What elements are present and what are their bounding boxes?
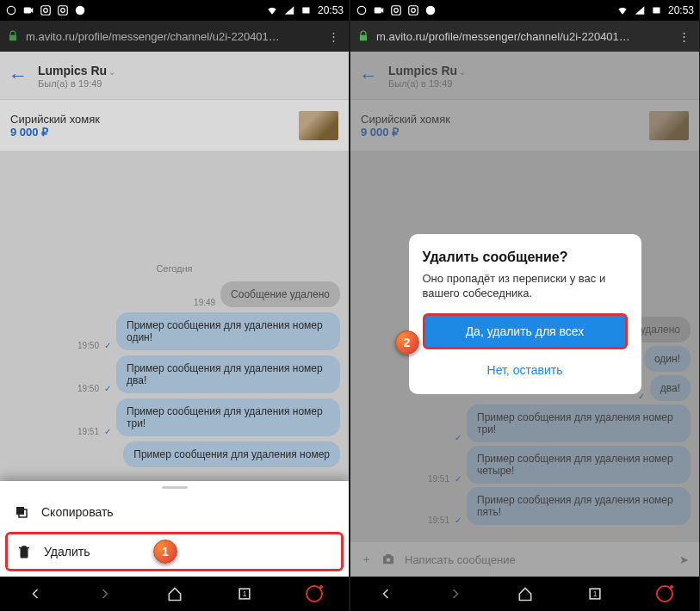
wifi-icon	[266, 4, 278, 16]
svg-rect-1	[24, 8, 31, 14]
status-bar: 20:53	[0, 0, 349, 21]
message-time: 19:50	[77, 341, 99, 350]
nav-back-icon[interactable]	[27, 585, 44, 602]
chat-title[interactable]: Lumpics Ru	[38, 64, 107, 77]
message-bubble[interactable]: Пример сообщения для удаления номер	[123, 441, 340, 467]
svg-text:1: 1	[242, 589, 246, 598]
svg-point-17	[412, 9, 416, 13]
instagram-icon	[407, 4, 419, 16]
chat-subtitle: Был(а) в 19:49	[38, 78, 115, 89]
svg-rect-2	[41, 6, 51, 15]
url-text: m.avito.ru/profile/messenger/channel/u2i…	[26, 30, 318, 43]
battery-icon	[651, 4, 663, 16]
message-bubble[interactable]: Сообщение удалено	[220, 281, 340, 307]
signal-icon	[634, 4, 646, 16]
listing-bar[interactable]: Сирийский хомяк 9 000 ₽	[0, 100, 349, 151]
context-delete-label: Удалить	[44, 545, 90, 559]
instagram-icon	[390, 4, 402, 16]
lock-icon	[7, 30, 19, 42]
nav-tabs-icon[interactable]: 1	[586, 585, 604, 602]
annotation-marker-2: 2	[395, 330, 419, 355]
nav-opera-icon[interactable]	[306, 585, 323, 602]
dialog-cancel-button[interactable]: Нет, оставить	[423, 358, 628, 382]
check-icon: ✓	[104, 341, 111, 350]
context-copy[interactable]: Скопировать	[0, 492, 349, 532]
battery-icon	[300, 4, 313, 16]
nav-tabs-icon[interactable]: 1	[236, 585, 253, 602]
context-copy-label: Скопировать	[41, 505, 114, 519]
svg-rect-7	[302, 8, 309, 14]
clock: 20:53	[318, 4, 344, 16]
chat-header: ← Lumpics Ru⌄ Был(а) в 19:49	[0, 52, 349, 100]
delete-dialog: Удалить сообщение? Оно пропадёт из переп…	[409, 234, 641, 394]
svg-point-6	[76, 6, 85, 15]
dialog-text: Оно пропадёт из переписки у вас и вашего…	[423, 272, 628, 301]
dialog-title: Удалить сообщение?	[423, 250, 628, 265]
url-text: m.avito.ru/profile/messenger/channel/u2i…	[376, 30, 668, 43]
bottom-nav: 1	[350, 577, 699, 611]
nav-forward-icon[interactable]	[447, 585, 464, 602]
date-separator: Сегодня	[0, 255, 349, 279]
message-row[interactable]: 19:49Сообщение удалено	[0, 279, 349, 310]
dialog-confirm-button[interactable]: Да, удалить для всех	[423, 313, 628, 349]
kebab-icon[interactable]: ⋮	[675, 30, 692, 43]
svg-text:1: 1	[592, 589, 597, 598]
svg-point-3	[44, 9, 48, 13]
annotation-marker-1: 1	[153, 540, 177, 564]
nav-home-icon[interactable]	[517, 585, 534, 602]
listing-price: 9 000 ₽	[10, 126, 290, 139]
url-bar[interactable]: m.avito.ru/profile/messenger/channel/u2i…	[350, 21, 699, 52]
svg-point-0	[7, 6, 15, 14]
message-row[interactable]: 19:50✓Пример сообщения для удаления номе…	[0, 310, 349, 353]
status-bar: 20:53	[350, 0, 699, 21]
phone-left: 20:53 m.avito.ru/profile/messenger/chann…	[0, 0, 349, 611]
video-icon	[373, 4, 385, 16]
message-time: 19:49	[194, 298, 215, 307]
message-time: 19:51	[77, 427, 99, 436]
svg-rect-19	[653, 8, 660, 14]
clock: 20:53	[668, 4, 694, 16]
listing-thumb	[299, 111, 338, 140]
svg-point-15	[394, 9, 399, 13]
trash-icon	[16, 544, 32, 559]
opera-icon	[5, 4, 17, 16]
nav-forward-icon[interactable]	[96, 585, 114, 602]
url-bar[interactable]: m.avito.ru/profile/messenger/channel/u2i…	[0, 21, 349, 52]
copy-icon	[14, 504, 29, 520]
check-icon: ✓	[104, 427, 111, 436]
check-icon: ✓	[104, 384, 111, 393]
nav-back-icon[interactable]	[377, 585, 394, 602]
dialog-backdrop: Удалить сообщение? Оно пропадёт из переп…	[350, 52, 699, 577]
message-row[interactable]: Пример сообщения для удаления номер	[0, 439, 349, 470]
shazam-icon	[74, 4, 86, 16]
listing-name: Сирийский хомяк	[10, 113, 290, 126]
shazam-icon	[424, 4, 437, 16]
svg-rect-9	[16, 507, 24, 515]
video-icon	[22, 4, 34, 16]
phone-right: 20:53 m.avito.ru/profile/messenger/chann…	[350, 0, 699, 611]
instagram-icon	[40, 4, 52, 16]
opera-icon	[356, 4, 368, 16]
nav-home-icon[interactable]	[166, 585, 183, 602]
kebab-icon[interactable]: ⋮	[325, 30, 342, 43]
svg-point-12	[357, 6, 365, 14]
drag-handle[interactable]	[162, 486, 188, 489]
signal-icon	[283, 4, 295, 16]
nav-opera-icon[interactable]	[656, 585, 673, 602]
svg-point-18	[426, 6, 436, 15]
svg-rect-14	[392, 6, 401, 15]
message-bubble[interactable]: Пример сообщения для удаления номер два!	[116, 355, 340, 393]
message-row[interactable]: 19:50✓Пример сообщения для удаления номе…	[0, 353, 349, 396]
back-icon[interactable]: ←	[9, 65, 28, 87]
wifi-icon	[616, 4, 629, 16]
svg-rect-16	[409, 6, 418, 15]
instagram-icon	[57, 4, 69, 16]
message-bubble[interactable]: Пример сообщения для удаления номер три!	[116, 398, 340, 436]
bottom-nav: 1	[0, 577, 349, 611]
message-time: 19:50	[77, 384, 99, 393]
svg-rect-13	[375, 8, 381, 14]
svg-rect-4	[59, 6, 68, 15]
context-menu: Скопировать Удалить	[0, 481, 349, 577]
message-bubble[interactable]: Пример сообщения для удаления номер один…	[116, 312, 340, 350]
message-row[interactable]: 19:51✓Пример сообщения для удаления номе…	[0, 396, 349, 439]
